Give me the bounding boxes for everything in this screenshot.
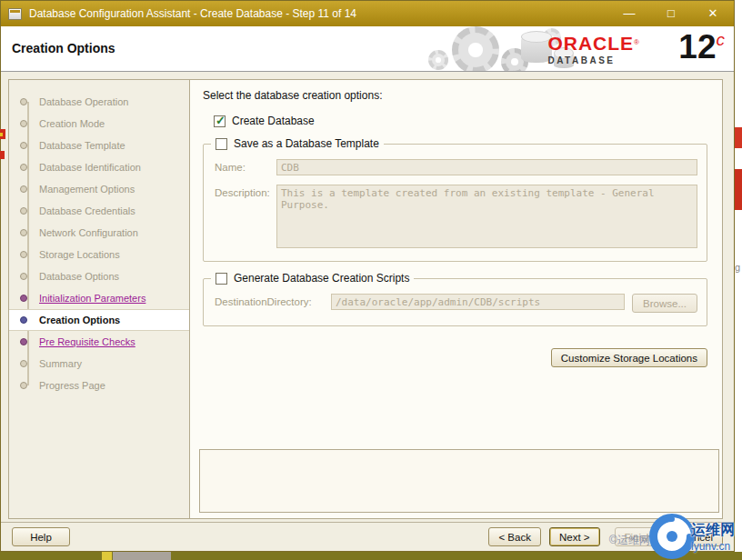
prompt-text: Select the database creation options: bbox=[203, 89, 715, 102]
create-database-label: Create Database bbox=[232, 115, 315, 127]
content-panel: Select the database creation options: Cr… bbox=[190, 80, 722, 518]
step-dot bbox=[20, 251, 27, 258]
step-dot bbox=[20, 120, 27, 127]
step-dot bbox=[20, 338, 27, 345]
background-red-fragment bbox=[735, 169, 742, 210]
titlebar[interactable]: Database Configuration Assistant - Creat… bbox=[1, 1, 734, 26]
step-dot bbox=[20, 382, 27, 389]
gear-icon bbox=[452, 26, 499, 72]
window-title: Database Configuration Assistant - Creat… bbox=[29, 7, 623, 20]
step-network-configuration: Network Configuration bbox=[9, 222, 189, 244]
gear-icon bbox=[428, 50, 448, 70]
template-name-input bbox=[276, 159, 697, 175]
dbca-window: Database Configuration Assistant - Creat… bbox=[0, 0, 735, 552]
step-initialization-parameters[interactable]: Initialization Parameters bbox=[9, 287, 189, 309]
background-right-strip: g bbox=[735, 0, 742, 560]
create-database-checkbox[interactable] bbox=[214, 115, 226, 127]
oracle-wordmark: ORACLE® bbox=[547, 34, 639, 54]
step-creation-options: Creation Options bbox=[9, 309, 189, 331]
step-database-template: Database Template bbox=[9, 135, 189, 156]
step-dot bbox=[20, 360, 27, 367]
background-red-fragment bbox=[0, 151, 5, 159]
minimize-button[interactable]: — bbox=[623, 7, 636, 20]
template-name-label: Name: bbox=[215, 159, 276, 173]
step-database-credentials: Database Credentials bbox=[9, 200, 189, 222]
background-text-fragment: g bbox=[735, 262, 740, 273]
step-creation-mode: Creation Mode bbox=[9, 113, 189, 135]
step-summary: Summary bbox=[9, 353, 189, 375]
watermark-text: 运维网 lyunv.cn bbox=[691, 521, 735, 553]
watermark: 运维网 lyunv.cn bbox=[648, 513, 735, 560]
step-database-options: Database Options bbox=[9, 265, 189, 287]
background-taskbar-fragment bbox=[102, 552, 112, 560]
step-dot bbox=[20, 229, 27, 236]
step-storage-locations: Storage Locations bbox=[9, 244, 189, 265]
save-template-legend: Save as a Database Template bbox=[211, 137, 384, 150]
background-yellow-fragment bbox=[0, 133, 3, 136]
generate-scripts-checkbox[interactable] bbox=[216, 273, 227, 285]
help-button[interactable]: Help bbox=[12, 527, 70, 546]
close-button[interactable]: ✕ bbox=[707, 7, 719, 20]
save-template-label: Save as a Database Template bbox=[234, 137, 379, 150]
watermark-logo-icon bbox=[648, 513, 696, 560]
generate-scripts-group: Generate Database Creation Scripts Desti… bbox=[203, 278, 707, 326]
customize-row: Customize Storage Locations bbox=[203, 348, 707, 367]
background-taskbar-fragment bbox=[113, 552, 171, 560]
template-description-label: Description: bbox=[215, 185, 276, 198]
destination-directory-input bbox=[331, 294, 625, 310]
step-dot bbox=[20, 295, 27, 302]
generate-scripts-legend: Generate Database Creation Scripts bbox=[211, 272, 414, 285]
main-panel: Database Operation Creation Mode Databas… bbox=[8, 79, 723, 519]
destination-directory-label: DestinationDirectory: bbox=[215, 294, 331, 307]
wizard-steps-sidebar: Database Operation Creation Mode Databas… bbox=[9, 80, 190, 518]
background-red-fragment bbox=[735, 127, 742, 148]
watermark-site-url: lyunv.cn bbox=[691, 540, 735, 553]
save-template-group: Save as a Database Template Name: Descri… bbox=[203, 144, 707, 262]
step-dot bbox=[20, 185, 27, 193]
save-template-checkbox[interactable] bbox=[216, 138, 227, 150]
page-title: Creation Options bbox=[12, 41, 115, 55]
step-dot bbox=[20, 98, 27, 105]
step-dot bbox=[20, 273, 27, 280]
step-dot bbox=[20, 207, 27, 215]
create-database-row[interactable]: Create Database bbox=[214, 115, 715, 127]
step-dot bbox=[20, 142, 27, 149]
app-icon bbox=[8, 8, 22, 20]
back-button[interactable]: < Back bbox=[488, 527, 540, 546]
background-taskbar-strip bbox=[0, 552, 742, 560]
next-button[interactable]: Next > bbox=[549, 527, 600, 546]
oracle-database-label: DATABASE bbox=[547, 55, 639, 65]
step-pre-requisite-checks[interactable]: Pre Requisite Checks bbox=[9, 331, 189, 353]
watermark-site-name: 运维网 bbox=[691, 521, 735, 540]
step-dot bbox=[20, 164, 27, 171]
message-box bbox=[199, 449, 719, 513]
window-controls: — □ ✕ bbox=[623, 7, 719, 20]
step-management-options: Management Options bbox=[9, 178, 189, 200]
step-dot bbox=[20, 316, 27, 324]
template-description-textarea: This is a template created from an exist… bbox=[276, 185, 697, 248]
maximize-button[interactable]: □ bbox=[665, 7, 677, 20]
oracle-version-12c: 12c bbox=[678, 28, 725, 66]
generate-scripts-label: Generate Database Creation Scripts bbox=[234, 272, 409, 285]
step-progress-page: Progress Page bbox=[9, 375, 189, 396]
header-band: Creation Options ORACLE® DATABASE 12c bbox=[1, 26, 734, 72]
step-database-operation: Database Operation bbox=[9, 91, 189, 113]
step-database-identification: Database Identification bbox=[9, 156, 189, 178]
oracle-logo: ORACLE® DATABASE bbox=[547, 34, 639, 65]
browse-button: Browse... bbox=[632, 294, 697, 313]
customize-storage-button[interactable]: Customize Storage Locations bbox=[551, 348, 707, 367]
